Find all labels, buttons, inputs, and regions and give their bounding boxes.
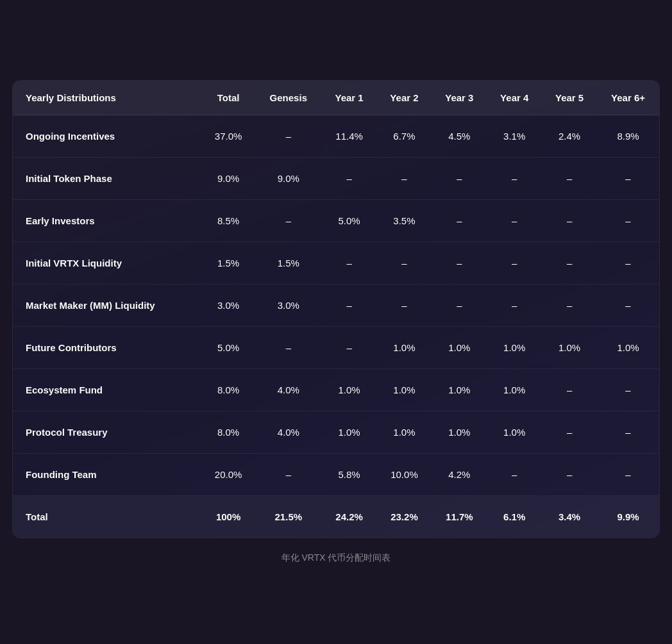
row-cell: –	[542, 200, 597, 242]
row-cell: –	[377, 158, 432, 200]
row-cell: 1.5%	[255, 242, 322, 285]
row-cell: 4.5%	[432, 115, 487, 158]
row-cell: 1.0%	[487, 411, 542, 454]
row-cell: 1.0%	[597, 327, 659, 369]
table-row: Early Investors8.5%–5.0%3.5%––––	[13, 200, 659, 242]
row-cell: 1.0%	[432, 369, 487, 411]
row-cell: 3.5%	[377, 200, 432, 242]
col-header-year2: Year 2	[377, 81, 432, 115]
table-row: Total100%21.5%24.2%23.2%11.7%6.1%3.4%9.9…	[13, 496, 659, 538]
distribution-table: Yearly Distributions Total Genesis Year …	[13, 81, 659, 538]
row-cell: 1.0%	[487, 327, 542, 369]
row-cell: 37.0%	[201, 115, 255, 158]
row-cell: –	[487, 454, 542, 496]
row-cell: –	[597, 285, 659, 327]
row-label: Early Investors	[13, 200, 201, 242]
row-cell: 1.0%	[542, 327, 597, 369]
row-label: Ongoing Incentives	[13, 115, 201, 158]
row-cell: 5.0%	[201, 327, 255, 369]
row-cell: –	[487, 242, 542, 285]
table-caption: 年化 VRTX 代币分配时间表	[281, 552, 391, 564]
row-cell: 1.0%	[322, 369, 377, 411]
row-cell: 8.9%	[597, 115, 659, 158]
row-label: Protocol Treasury	[13, 411, 201, 454]
col-header-year3: Year 3	[432, 81, 487, 115]
row-cell: –	[377, 242, 432, 285]
row-label: Market Maker (MM) Liquidity	[13, 285, 201, 327]
row-cell: –	[255, 115, 322, 158]
col-header-genesis: Genesis	[255, 81, 322, 115]
row-cell: –	[542, 158, 597, 200]
row-cell: 1.0%	[377, 411, 432, 454]
col-header-year4: Year 4	[487, 81, 542, 115]
row-cell: –	[542, 242, 597, 285]
row-cell: 3.1%	[487, 115, 542, 158]
row-label: Total	[13, 496, 201, 538]
row-cell: 23.2%	[377, 496, 432, 538]
row-label: Founding Team	[13, 454, 201, 496]
row-cell: 1.0%	[322, 411, 377, 454]
row-cell: 6.1%	[487, 496, 542, 538]
table-header-row: Yearly Distributions Total Genesis Year …	[13, 81, 659, 115]
row-cell: –	[597, 158, 659, 200]
row-cell: 3.0%	[201, 285, 255, 327]
row-cell: 100%	[201, 496, 255, 538]
col-header-total: Total	[201, 81, 255, 115]
row-cell: 8.5%	[201, 200, 255, 242]
row-cell: 4.2%	[432, 454, 487, 496]
row-cell: 1.0%	[432, 327, 487, 369]
row-cell: 4.0%	[255, 411, 322, 454]
row-cell: –	[255, 200, 322, 242]
row-cell: 6.7%	[377, 115, 432, 158]
row-cell: 2.4%	[542, 115, 597, 158]
row-cell: 1.0%	[432, 411, 487, 454]
col-header-year5: Year 5	[542, 81, 597, 115]
row-cell: 9.0%	[255, 158, 322, 200]
row-cell: 8.0%	[201, 369, 255, 411]
row-cell: 20.0%	[201, 454, 255, 496]
table-row: Initial Token Phase9.0%9.0%––––––	[13, 158, 659, 200]
row-label: Initial Token Phase	[13, 158, 201, 200]
row-cell: 5.0%	[322, 200, 377, 242]
row-cell: 4.0%	[255, 369, 322, 411]
row-cell: 5.8%	[322, 454, 377, 496]
row-cell: –	[597, 454, 659, 496]
row-cell: 1.0%	[487, 369, 542, 411]
row-cell: –	[487, 158, 542, 200]
row-cell: 9.0%	[201, 158, 255, 200]
table-row: Ecosystem Fund8.0%4.0%1.0%1.0%1.0%1.0%––	[13, 369, 659, 411]
table-row: Market Maker (MM) Liquidity3.0%3.0%–––––…	[13, 285, 659, 327]
row-cell: –	[322, 285, 377, 327]
table-row: Protocol Treasury8.0%4.0%1.0%1.0%1.0%1.0…	[13, 411, 659, 454]
row-cell: 21.5%	[255, 496, 322, 538]
distribution-table-wrapper: Yearly Distributions Total Genesis Year …	[12, 80, 660, 538]
row-cell: –	[487, 285, 542, 327]
row-label: Initial VRTX Liquidity	[13, 242, 201, 285]
row-cell: 3.4%	[542, 496, 597, 538]
row-cell: 11.4%	[322, 115, 377, 158]
row-cell: –	[377, 285, 432, 327]
col-header-year6: Year 6+	[597, 81, 659, 115]
row-cell: –	[432, 158, 487, 200]
row-cell: 1.5%	[201, 242, 255, 285]
row-cell: –	[597, 200, 659, 242]
row-cell: –	[255, 327, 322, 369]
row-cell: 9.9%	[597, 496, 659, 538]
row-cell: –	[255, 454, 322, 496]
row-cell: –	[487, 200, 542, 242]
row-cell: –	[542, 285, 597, 327]
table-row: Initial VRTX Liquidity1.5%1.5%––––––	[13, 242, 659, 285]
row-cell: –	[432, 242, 487, 285]
row-cell: –	[322, 158, 377, 200]
row-cell: –	[542, 454, 597, 496]
row-cell: 24.2%	[322, 496, 377, 538]
row-label: Ecosystem Fund	[13, 369, 201, 411]
row-cell: –	[542, 411, 597, 454]
row-cell: –	[322, 327, 377, 369]
row-cell: 11.7%	[432, 496, 487, 538]
row-cell: 3.0%	[255, 285, 322, 327]
row-cell: –	[542, 369, 597, 411]
row-cell: –	[597, 369, 659, 411]
table-row: Ongoing Incentives37.0%–11.4%6.7%4.5%3.1…	[13, 115, 659, 158]
col-header-category: Yearly Distributions	[13, 81, 201, 115]
